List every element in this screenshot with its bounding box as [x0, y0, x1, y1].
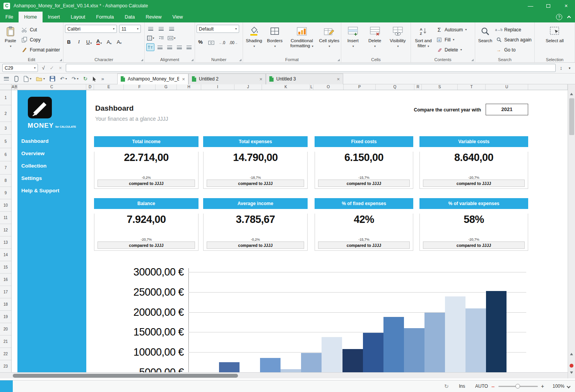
number-format-select[interactable]: Default▾ [197, 25, 239, 33]
column-header-G[interactable]: G [156, 84, 177, 90]
zoom-slider-thumb[interactable] [515, 384, 520, 389]
row-header-10[interactable]: 10 [0, 199, 11, 212]
delete-cells-button[interactable]: Delete▾ [365, 25, 385, 56]
horizontal-scrollbar[interactable] [0, 372, 568, 378]
scroll-down-icon[interactable] [570, 371, 573, 374]
menu-layout[interactable]: Layout [65, 12, 91, 22]
row-header-15[interactable]: 15 [0, 261, 11, 274]
column-header-A[interactable]: A [12, 84, 15, 90]
menu-home[interactable]: Home [19, 12, 42, 22]
vertical-scrollbar[interactable] [568, 84, 575, 378]
column-header-T[interactable]: T [458, 84, 486, 90]
grid-corner[interactable] [0, 84, 12, 90]
justify-button[interactable] [185, 43, 193, 51]
row-header-17[interactable]: 17 [0, 286, 11, 298]
row-header-3[interactable]: 3 [0, 122, 11, 135]
menu-data[interactable]: Data [119, 12, 140, 22]
align-bottom-button[interactable] [167, 25, 176, 33]
shrink-font-button[interactable]: A▾ [115, 38, 123, 46]
row-header-16[interactable]: 16 [0, 274, 11, 286]
cell-reference-box[interactable]: C29▾ [2, 64, 38, 72]
sheet-canvas[interactable]: MONEYfor CALCULATE DashboardOverviewColl… [12, 90, 568, 372]
column-header-L[interactable]: L [310, 84, 313, 90]
indent-button[interactable] [157, 34, 166, 42]
insert-mode-indicator[interactable]: Ins [459, 380, 465, 392]
grow-font-button[interactable]: A▴ [105, 38, 113, 46]
column-header-Q[interactable]: Q [376, 84, 414, 90]
conditional-formatting-button[interactable]: Conditional formatting ▾ [286, 25, 318, 56]
borders-button[interactable]: Borders▾ [265, 25, 285, 56]
menu-view[interactable]: View [167, 12, 188, 22]
sort-filter-button[interactable]: AZ Sort and filter ▾ [412, 25, 434, 56]
scroll-up-icon[interactable] [570, 93, 573, 95]
paste-button[interactable]: Paste▾ [2, 25, 19, 56]
format-painter-button[interactable]: Format painter [21, 45, 60, 55]
hamburger-menu-icon[interactable] [2, 74, 10, 84]
italic-button[interactable]: I [75, 38, 83, 46]
formula-bar-options-icon[interactable]: ▾ [566, 66, 573, 70]
function-icon[interactable]: √ [40, 65, 46, 71]
row-header-19[interactable]: 19 [0, 311, 11, 323]
currency-format-button[interactable] [207, 38, 215, 46]
maximize-button[interactable] [539, 0, 557, 12]
sheet-tab[interactable]: Untitled 2× [188, 74, 266, 84]
visibility-button[interactable]: Visibility▾ [387, 25, 409, 56]
remove-decimal-button[interactable]: .00→ [229, 38, 238, 46]
cell-borders-button[interactable]: ▾ [146, 34, 155, 42]
auto-mode-indicator[interactable]: AUTO [475, 380, 488, 392]
close-icon[interactable]: × [182, 76, 185, 82]
horizontal-scrollbar-thumb[interactable] [13, 374, 238, 378]
copy-button[interactable]: Copy [21, 35, 60, 45]
row-header-11[interactable]: 11 [0, 212, 11, 224]
cell-styles-button[interactable]: Cell styles ▾ [319, 25, 339, 56]
accept-icon[interactable]: ✓ [49, 65, 55, 71]
column-header-U[interactable]: U [486, 84, 528, 90]
column-header-H[interactable]: H [177, 84, 201, 90]
bold-button[interactable]: B [65, 38, 73, 46]
select-all-button[interactable]: Select all [545, 25, 565, 56]
save-button[interactable] [48, 74, 57, 84]
zoom-level[interactable]: 100% [553, 380, 565, 392]
prev-page-icon[interactable] [570, 353, 573, 355]
text-orientation-button[interactable]: T [146, 43, 154, 51]
align-right-button[interactable] [175, 43, 183, 51]
zoom-out-icon[interactable]: – [491, 380, 495, 392]
sidebar-item-help-support[interactable]: Help & Support [17, 185, 86, 197]
underline-button[interactable]: U▾ [85, 38, 93, 46]
row-header-1[interactable]: 1 [0, 90, 11, 105]
sidebar-item-collection[interactable]: Collection [17, 160, 86, 172]
menu-insert[interactable]: Insert [43, 12, 65, 22]
close-icon[interactable]: × [337, 76, 340, 82]
cut-button[interactable]: Cut [21, 25, 60, 34]
align-top-button[interactable] [146, 25, 155, 33]
row-header-7[interactable]: 7 [0, 161, 11, 175]
row-header-12[interactable]: 12 [0, 224, 11, 236]
menu-review[interactable]: Review [140, 12, 167, 22]
sync-icon[interactable]: ↻ [444, 380, 449, 392]
row-header-9[interactable]: 9 [0, 187, 11, 199]
zoom-in-icon[interactable]: + [541, 380, 544, 392]
new-document-button[interactable]: ▾ [22, 74, 33, 84]
replace-button[interactable]: a→bReplace [495, 25, 532, 34]
close-icon[interactable]: × [259, 76, 262, 82]
zoom-options-icon[interactable] [567, 380, 570, 392]
sheet-tab[interactable]: Untitled 3× [266, 74, 343, 84]
search-again-button[interactable]: Search again [495, 35, 532, 45]
menu-file[interactable]: File [0, 12, 19, 22]
add-decimal-button[interactable]: ←.0 [218, 38, 226, 46]
column-header-O[interactable]: O [313, 84, 344, 90]
compare-year-input[interactable]: 2021 [486, 104, 528, 115]
expand-formula-bar-icon[interactable]: ↕ [558, 65, 564, 71]
more-tools-icon[interactable]: » [100, 74, 106, 84]
redo-button[interactable]: ↷▾ [70, 74, 80, 84]
row-header-8[interactable]: 8 [0, 175, 11, 187]
menu-formula[interactable]: Formula [91, 12, 119, 22]
row-header-14[interactable]: 14 [0, 249, 11, 261]
row-header-13[interactable]: 13 [0, 236, 11, 249]
undo-button[interactable]: ↶▾ [58, 74, 68, 84]
column-header-K[interactable]: K [262, 84, 310, 90]
column-header-J[interactable]: J [234, 84, 262, 90]
column-header-blank[interactable] [528, 84, 568, 90]
row-header-22[interactable]: 22 [0, 348, 11, 360]
merge-cells-button[interactable]: ▾ [167, 34, 176, 42]
